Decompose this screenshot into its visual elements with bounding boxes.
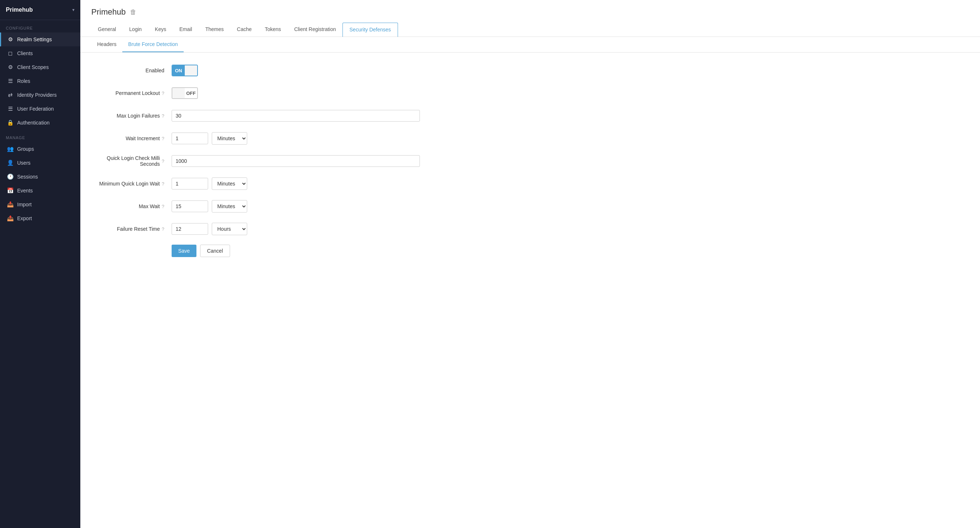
sub-tab-brute-force-detection[interactable]: Brute Force Detection: [123, 37, 184, 52]
max-login-failures-input[interactable]: [172, 110, 420, 122]
failure-reset-row: Failure Reset Time ? Seconds Minutes Hou…: [91, 222, 420, 236]
sidebar-item-label: Realm Settings: [17, 37, 52, 42]
users-icon: 👤: [7, 159, 14, 166]
sidebar-item-label: Clients: [17, 50, 33, 56]
min-quick-login-row: Minimum Quick Login Wait ? Seconds Minut…: [91, 177, 420, 191]
permanent-lockout-control: OFF: [172, 87, 420, 99]
authentication-icon: 🔒: [7, 119, 14, 126]
max-wait-control: Seconds Minutes Hours Days: [172, 200, 420, 213]
chevron-down-icon: ▾: [72, 7, 75, 13]
sidebar-item-label: Identity Providers: [17, 92, 57, 98]
groups-icon: 👥: [7, 146, 14, 152]
sidebar-item-label: Roles: [17, 78, 30, 84]
toggle-off-label: OFF: [185, 88, 197, 98]
wait-increment-label: Wait Increment ?: [91, 135, 172, 141]
page-title: Primehub: [91, 7, 126, 17]
max-login-failures-help-icon[interactable]: ?: [162, 113, 164, 119]
quick-login-help-icon[interactable]: ?: [162, 159, 164, 164]
sidebar: Primehub ▾ Configure ⚙ Realm Settings ◻ …: [0, 0, 80, 528]
form-buttons: Save Cancel: [91, 245, 420, 257]
realm-title: Primehub: [6, 6, 33, 13]
main-content: Primehub 🗑 General Login Keys Email Them…: [80, 0, 980, 528]
wait-increment-help-icon[interactable]: ?: [162, 136, 164, 141]
sub-tab-headers[interactable]: Headers: [91, 37, 123, 52]
max-wait-unit-select[interactable]: Seconds Minutes Hours Days: [212, 200, 247, 213]
save-button[interactable]: Save: [172, 245, 196, 257]
toggle-on-label: ON: [172, 65, 185, 76]
wait-increment-control: Seconds Minutes Hours Days: [172, 132, 420, 145]
failure-reset-control: Seconds Minutes Hours Days: [172, 223, 420, 235]
sidebar-item-label: User Federation: [17, 106, 54, 112]
toggle-on-side: [172, 88, 185, 98]
sidebar-item-label: Authentication: [17, 120, 50, 126]
failure-reset-help-icon[interactable]: ?: [162, 226, 164, 232]
sidebar-item-export[interactable]: 📤 Export: [0, 212, 80, 225]
sidebar-item-users[interactable]: 👤 Users: [0, 156, 80, 170]
sidebar-item-events[interactable]: 📅 Events: [0, 184, 80, 197]
sidebar-item-label: Export: [17, 215, 32, 221]
sidebar-item-label: Import: [17, 202, 32, 207]
identity-providers-icon: ⇄: [7, 92, 14, 98]
sidebar-header[interactable]: Primehub ▾: [0, 0, 80, 20]
sessions-icon: 🕐: [7, 173, 14, 180]
tab-cache[interactable]: Cache: [231, 23, 258, 37]
permanent-lockout-label: Permanent Lockout ?: [91, 90, 172, 96]
tab-tokens[interactable]: Tokens: [258, 23, 287, 37]
tab-client-registration[interactable]: Client Registration: [288, 23, 342, 37]
sidebar-item-identity-providers[interactable]: ⇄ Identity Providers: [0, 88, 80, 102]
sidebar-item-user-federation[interactable]: ☰ User Federation: [0, 102, 80, 116]
import-icon: 📥: [7, 201, 14, 208]
tab-email[interactable]: Email: [173, 23, 199, 37]
sidebar-item-label: Users: [17, 160, 31, 166]
wait-increment-row: Wait Increment ? Seconds Minutes Hours D…: [91, 132, 420, 145]
clients-icon: ◻: [7, 50, 14, 57]
sidebar-item-sessions[interactable]: 🕐 Sessions: [0, 170, 80, 184]
failure-reset-label: Failure Reset Time ?: [91, 226, 172, 232]
export-icon: 📤: [7, 215, 14, 222]
max-wait-help-icon[interactable]: ?: [162, 204, 164, 209]
failure-reset-unit-select[interactable]: Seconds Minutes Hours Days: [212, 223, 247, 235]
quick-login-control: [172, 155, 420, 167]
quick-login-row: Quick Login Check Milli Seconds ?: [91, 154, 420, 168]
wait-increment-input[interactable]: [172, 132, 208, 144]
manage-section-label: Manage: [0, 130, 80, 142]
page-title-area: Primehub 🗑: [91, 7, 969, 17]
brute-force-form: Enabled ON Permanent Lockout ? OFF: [80, 52, 431, 272]
permanent-lockout-toggle[interactable]: OFF: [172, 87, 198, 99]
sidebar-item-import[interactable]: 📥 Import: [0, 197, 80, 212]
sidebar-item-clients[interactable]: ◻ Clients: [0, 46, 80, 60]
min-quick-login-help-icon[interactable]: ?: [162, 181, 164, 187]
min-quick-login-label: Minimum Quick Login Wait ?: [91, 181, 172, 187]
trash-icon[interactable]: 🗑: [130, 8, 137, 16]
sub-tabs: Headers Brute Force Detection: [80, 37, 980, 52]
sidebar-item-authentication[interactable]: 🔒 Authentication: [0, 116, 80, 130]
quick-login-input[interactable]: [172, 155, 420, 167]
wait-increment-unit-select[interactable]: Seconds Minutes Hours Days: [212, 132, 247, 145]
tab-themes[interactable]: Themes: [199, 23, 231, 37]
sidebar-item-label: Sessions: [17, 174, 38, 180]
quick-login-label: Quick Login Check Milli Seconds ?: [91, 155, 172, 167]
min-quick-login-control: Seconds Minutes Hours Days: [172, 178, 420, 190]
max-login-failures-control: [172, 110, 420, 122]
sidebar-item-client-scopes[interactable]: ⚙ Client Scopes: [0, 60, 80, 74]
enabled-control: ON: [172, 65, 420, 76]
max-wait-row: Max Wait ? Seconds Minutes Hours Days: [91, 199, 420, 213]
sidebar-item-realm-settings[interactable]: ⚙ Realm Settings: [0, 32, 80, 46]
sidebar-item-groups[interactable]: 👥 Groups: [0, 142, 80, 156]
permanent-lockout-help-icon[interactable]: ?: [162, 91, 164, 96]
max-wait-input[interactable]: [172, 200, 208, 212]
tab-login[interactable]: Login: [123, 23, 148, 37]
tab-security-defenses[interactable]: Security Defenses: [342, 23, 398, 37]
realm-settings-icon: ⚙: [7, 36, 14, 43]
min-quick-login-unit-select[interactable]: Seconds Minutes Hours Days: [212, 178, 247, 190]
enabled-toggle[interactable]: ON: [172, 65, 198, 76]
tab-keys[interactable]: Keys: [148, 23, 173, 37]
cancel-button[interactable]: Cancel: [200, 245, 230, 257]
user-federation-icon: ☰: [7, 105, 14, 112]
sidebar-item-roles[interactable]: ☰ Roles: [0, 74, 80, 88]
sidebar-item-label: Events: [17, 188, 33, 194]
failure-reset-input[interactable]: [172, 223, 208, 235]
tab-general[interactable]: General: [91, 23, 123, 37]
max-login-failures-row: Max Login Failures ?: [91, 109, 420, 123]
min-quick-login-input[interactable]: [172, 178, 208, 189]
